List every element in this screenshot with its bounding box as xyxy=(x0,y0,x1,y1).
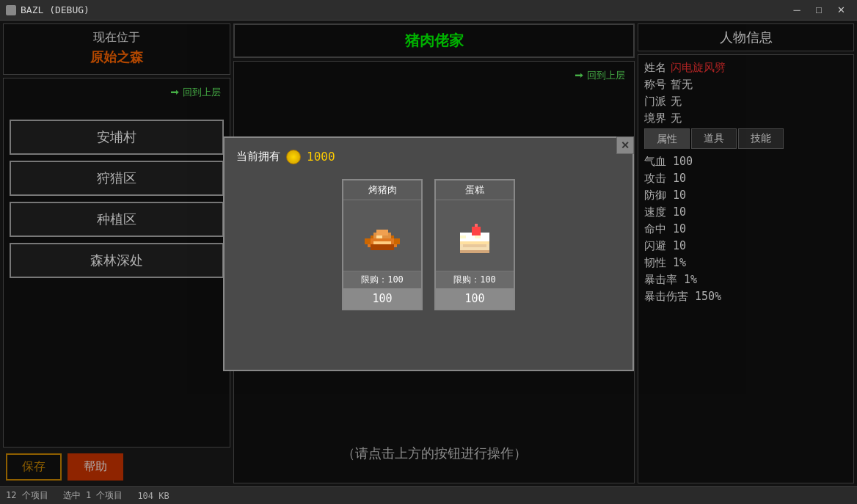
shop-modal: ✕ 当前拥有 1000 烤猪肉 xyxy=(223,136,634,371)
svg-rect-15 xyxy=(475,235,481,238)
item-label-cake: 蛋糕 xyxy=(436,180,514,200)
item-price-cake: 100 xyxy=(436,288,514,309)
title-bar: BAZL (DEBUG) ─ □ ✕ xyxy=(0,0,857,21)
item-label-roastpork: 烤猪肉 xyxy=(343,180,421,200)
coin-icon xyxy=(286,150,301,164)
window-controls: ─ □ ✕ xyxy=(787,2,851,18)
status-bar: 12 个项目 选中 1 个项目 104 KB xyxy=(0,486,857,504)
cake-icon xyxy=(451,212,498,259)
item-image-roastpork xyxy=(353,206,412,265)
svg-rect-6 xyxy=(365,238,371,244)
shop-item-roastpork[interactable]: 烤猪肉 限购：10 xyxy=(342,179,423,310)
minimize-button[interactable]: ─ xyxy=(787,2,807,18)
svg-rect-14 xyxy=(460,235,466,238)
svg-rect-8 xyxy=(376,235,382,238)
maximize-button[interactable]: □ xyxy=(809,2,829,18)
item-price-roastpork: 100 xyxy=(343,288,421,309)
svg-rect-18 xyxy=(463,244,486,247)
modal-overlay: ✕ 当前拥有 1000 烤猪肉 xyxy=(0,21,857,486)
svg-rect-13 xyxy=(475,224,478,227)
modal-close-button[interactable]: ✕ xyxy=(616,136,634,154)
coins-label: 当前拥有 xyxy=(236,150,280,164)
shop-item-cake[interactable]: 蛋糕 xyxy=(434,179,515,310)
close-button[interactable]: ✕ xyxy=(831,2,851,18)
svg-rect-5 xyxy=(373,241,391,244)
svg-rect-12 xyxy=(472,227,481,235)
roast-pork-icon xyxy=(359,212,406,259)
svg-rect-4 xyxy=(371,244,394,250)
svg-rect-3 xyxy=(376,230,388,235)
svg-rect-17 xyxy=(460,250,489,253)
title-bar-left: BAZL (DEBUG) xyxy=(6,4,90,15)
app-title: BAZL (DEBUG) xyxy=(21,4,90,15)
status-item-count: 12 个项目 xyxy=(6,489,48,502)
svg-rect-7 xyxy=(394,238,400,244)
coins-amount: 1000 xyxy=(307,150,335,164)
item-limit-cake: 限购：100 xyxy=(436,271,514,288)
modal-coins: 当前拥有 1000 xyxy=(236,150,621,164)
item-limit-roastpork: 限购：100 xyxy=(343,271,421,288)
item-image-cake xyxy=(445,206,504,265)
app-icon xyxy=(6,5,16,15)
shop-items: 烤猪肉 限购：10 xyxy=(236,179,621,310)
status-size: 104 KB xyxy=(137,491,169,501)
status-selected: 选中 1 个项目 xyxy=(63,489,123,502)
